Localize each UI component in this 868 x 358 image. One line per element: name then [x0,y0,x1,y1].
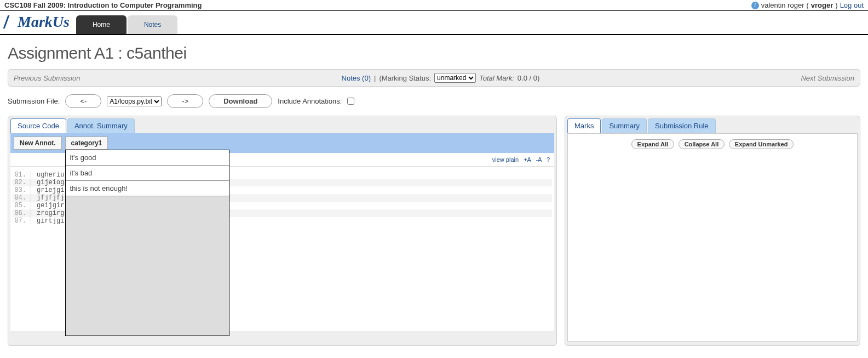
font-decrease-button[interactable]: -A [536,156,541,163]
notes-link[interactable]: Notes (0) [342,74,371,82]
tab-notes[interactable]: Notes [128,15,177,34]
tab-submission-rule[interactable]: Submission Rule [648,118,716,133]
new-annotation-button[interactable]: New Annot. [14,137,62,150]
file-select[interactable]: A1/loops.py.txt [107,96,162,106]
category-dropdown-menu: it's good it's bad this is not enough! [65,150,229,336]
expand-unmarked-button[interactable]: Expand Unmarked [729,139,794,149]
page-title: Assignment A1 : c5anthei [8,44,860,62]
next-file-button[interactable]: -> [167,94,203,108]
tab-annot-summary[interactable]: Annot. Summary [67,118,135,133]
tab-marks[interactable]: Marks [567,118,601,133]
category-dropdown-button[interactable]: category1 [65,137,108,150]
help-link[interactable]: ? [547,156,550,163]
font-increase-button[interactable]: +A [524,156,531,163]
nav-bar: MarkUs Home Notes [0,11,868,35]
prev-submission-link[interactable]: Previous Submission [14,74,80,82]
tab-summary[interactable]: Summary [602,118,647,133]
total-mark-label: Total Mark: [479,74,514,82]
file-row: Submission File: <- A1/loops.py.txt -> D… [8,87,860,116]
submission-file-label: Submission File: [8,97,60,105]
tab-home[interactable]: Home [76,15,127,34]
top-bar: CSC108 Fall 2009: Introduction to Comput… [0,0,868,11]
username: vroger [811,1,833,9]
marks-actions: Expand All Collapse All Expand Unmarked [568,134,857,155]
course-title: CSC108 Fall 2009: Introduction to Comput… [4,1,202,9]
logout-link[interactable]: Log out [840,1,864,9]
next-submission-link[interactable]: Next Submission [801,74,854,82]
marking-status-label: (Marking Status: [379,74,431,82]
tab-source-code[interactable]: Source Code [10,118,66,133]
dropdown-item[interactable]: it's good [66,150,229,166]
status-bar: Previous Submission Notes (0) | (Marking… [8,69,860,87]
view-plain-link[interactable]: view plain [492,156,519,163]
prev-file-button[interactable]: <- [65,94,101,108]
expand-all-button[interactable]: Expand All [631,139,674,149]
info-icon[interactable]: i [751,2,759,9]
collapse-all-button[interactable]: Collapse All [679,139,725,149]
include-annotations-checkbox[interactable] [347,98,354,105]
right-panel: Marks Summary Submission Rule Expand All… [565,116,860,346]
dropdown-item[interactable]: this is not enough! [66,181,229,196]
include-annotations-label: Include Annotations: [278,97,342,105]
dropdown-item[interactable]: it's bad [66,166,229,181]
user-display-name: valentin roger [761,1,804,9]
annotation-toolbar: New Annot. category1 it's good it's bad … [10,133,554,153]
total-mark-value: 0.0 / 0) [518,74,539,82]
nav-tabs: Home Notes [76,15,177,34]
left-panel: Source Code Annot. Summary New Annot. ca… [8,116,557,346]
user-area: i valentin roger ( vroger ) Log out [751,1,864,9]
logo[interactable]: MarkUs [5,13,70,34]
marking-status-select[interactable]: unmarked [434,73,476,83]
download-button[interactable]: Download [209,94,272,108]
